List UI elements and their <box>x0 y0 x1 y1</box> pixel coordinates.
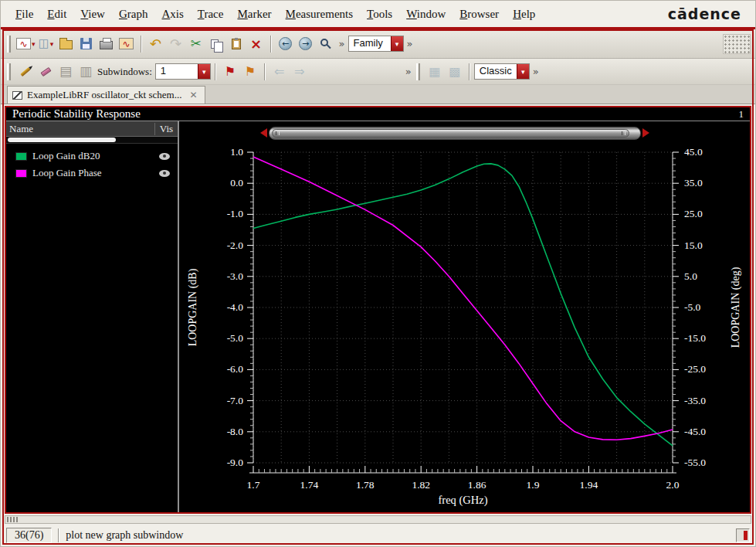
svg-text:-5.0: -5.0 <box>684 301 701 313</box>
menu-window[interactable]: Window <box>399 6 453 22</box>
status-separator <box>58 528 59 542</box>
red-flag-icon: ⚑ <box>225 66 236 78</box>
toolbar-overflow-chevron[interactable]: » <box>530 66 542 77</box>
toolbar-overflow-chevron[interactable]: » <box>404 38 416 49</box>
dropdown-arrow-icon[interactable]: ▾ <box>50 40 54 48</box>
orange-flag-icon: ⚑ <box>245 66 256 78</box>
slider-track[interactable] <box>269 127 641 140</box>
save-button[interactable] <box>76 34 97 54</box>
previous-view-button[interactable]: ← <box>276 34 296 54</box>
scrollbar-thumb[interactable] <box>8 138 116 142</box>
trace-curve-loop-gain-phase[interactable] <box>253 157 673 440</box>
trace-label[interactable]: Loop Gain dB20 <box>32 150 159 162</box>
label-button[interactable]: ⚑ <box>240 62 260 82</box>
eraser-button[interactable] <box>36 62 56 82</box>
combo-dropdown-button[interactable]: ▾ <box>198 64 210 79</box>
open-button[interactable] <box>56 34 76 54</box>
menu-view[interactable]: View <box>73 6 112 22</box>
toolbar-grip[interactable] <box>416 63 420 80</box>
svg-text:1.86: 1.86 <box>468 479 486 491</box>
status-mini-scrollbar[interactable] <box>736 528 750 542</box>
menu-file[interactable]: File <box>8 6 40 22</box>
visibility-eye-icon[interactable] <box>159 153 170 160</box>
trace-row-loop-gain-db20[interactable]: Loop Gain dB20 <box>6 148 178 164</box>
next-view-button[interactable]: → <box>296 34 316 54</box>
forward-circle-icon: → <box>299 37 312 50</box>
x-range-slider[interactable] <box>260 127 649 140</box>
undo-button[interactable]: ↶ <box>146 34 166 54</box>
print-button[interactable] <box>97 34 117 54</box>
trace-list-scrollbar[interactable] <box>6 137 178 144</box>
copy-button[interactable] <box>206 34 226 54</box>
subwindows-combo[interactable]: 1 ▾ <box>155 63 211 80</box>
menu-axis[interactable]: Axis <box>154 6 190 22</box>
combo-dropdown-button[interactable]: ▾ <box>517 64 529 79</box>
svg-text:25.0: 25.0 <box>684 208 703 219</box>
tab-document-icon <box>12 91 22 100</box>
pan-right-button[interactable]: ⇒ <box>290 62 310 82</box>
toolbar-overflow-chevron[interactable]: » <box>402 66 415 77</box>
trace-curve-loop-gain-db20[interactable] <box>253 164 673 446</box>
menu-marker[interactable]: Marker <box>230 6 278 22</box>
dropdown-arrow-icon[interactable]: ▾ <box>32 40 36 48</box>
family-combo[interactable]: Family ▾ <box>348 36 404 52</box>
trace-row-loop-gain-phase[interactable]: Loop Gain Phase <box>6 165 178 181</box>
menu-measurements[interactable]: Measurements <box>279 6 360 22</box>
paste-button[interactable] <box>226 34 246 54</box>
plot-area: 1.00.0-1.0-2.0-3.0-4.0-5.0-6.0-7.0-8.0-9… <box>179 121 750 514</box>
column-header-name[interactable]: Name <box>6 123 154 135</box>
menu-tools[interactable]: Tools <box>360 6 399 22</box>
svg-text:1.9: 1.9 <box>527 479 540 491</box>
tab-oscillator-schematic[interactable]: ExampleLibRF oscillator_ckt schem... ✕ <box>7 86 205 104</box>
toolbar-grip[interactable] <box>7 36 11 53</box>
pan-left-button[interactable]: ⇐ <box>270 62 290 82</box>
slider-left-arrow-icon[interactable] <box>260 128 267 138</box>
menu-graph[interactable]: Graph <box>112 6 155 22</box>
column-header-vis[interactable]: Vis <box>154 123 178 135</box>
spreadsheet-button[interactable]: ▩ <box>445 62 465 82</box>
combo-dropdown-button[interactable]: ▾ <box>391 36 403 51</box>
delete-button[interactable]: × <box>246 34 266 54</box>
magnifier-icon <box>320 39 328 46</box>
menu-browser[interactable]: Browser <box>453 6 506 22</box>
trace-list-panel: Name Vis Loop Gain dB20 Loop Gain Phase <box>6 121 179 514</box>
scroll-grip-icon[interactable] <box>7 517 19 522</box>
zoom-button[interactable] <box>316 34 336 54</box>
menu-help[interactable]: Help <box>506 6 542 22</box>
visibility-eye-icon[interactable] <box>159 170 170 177</box>
menu-trace[interactable]: Trace <box>191 6 231 22</box>
tab-title: ExampleLibRF oscillator_ckt schem... <box>27 89 181 101</box>
svg-text:1.74: 1.74 <box>300 479 319 491</box>
new-subwindow-button[interactable]: ◫▾ <box>36 34 56 54</box>
svg-text:-45.0: -45.0 <box>684 426 706 437</box>
flag-button[interactable]: ⚑ <box>220 62 240 82</box>
slider-handle[interactable] <box>272 129 629 138</box>
trace-label[interactable]: Loop Gain Phase <box>32 167 159 179</box>
svg-text:2.0: 2.0 <box>666 479 680 491</box>
calculator-button[interactable]: ▦ <box>425 62 445 82</box>
tab-close-icon[interactable]: ✕ <box>189 90 197 100</box>
svg-text:35.0: 35.0 <box>684 177 703 189</box>
cut-button[interactable]: ✂ <box>186 34 206 54</box>
style-combo[interactable]: Classic ▾ <box>474 63 530 80</box>
menu-edit[interactable]: Edit <box>40 6 73 22</box>
probe-button[interactable] <box>15 62 36 82</box>
svg-text:1.7: 1.7 <box>247 479 260 491</box>
status-counter: 36(76) <box>6 528 52 543</box>
layout-vertical-button[interactable]: ▥ <box>76 62 96 82</box>
redo-button[interactable]: ↷ <box>166 34 186 54</box>
svg-text:45.0: 45.0 <box>684 146 703 158</box>
toolbar-grip[interactable] <box>7 63 11 80</box>
new-waveform-button[interactable]: ∿▾ <box>15 34 36 54</box>
bottom-scroll-strip[interactable] <box>5 515 751 524</box>
toolbar-overflow-chevron[interactable]: » <box>336 38 348 49</box>
subwindows-combo-value: 1 <box>156 64 198 79</box>
slider-right-arrow-icon[interactable] <box>642 128 649 138</box>
layout-horizontal-button[interactable]: ▤ <box>56 62 76 82</box>
spreadsheet-icon: ▩ <box>449 66 460 78</box>
open-graph-window-button[interactable]: ∿ <box>117 34 137 54</box>
svg-text:-2.0: -2.0 <box>227 240 244 251</box>
chart[interactable]: 1.00.0-1.0-2.0-3.0-4.0-5.0-6.0-7.0-8.0-9… <box>179 144 750 511</box>
svg-text:-8.0: -8.0 <box>227 426 244 437</box>
pen-probe-icon <box>20 66 30 76</box>
